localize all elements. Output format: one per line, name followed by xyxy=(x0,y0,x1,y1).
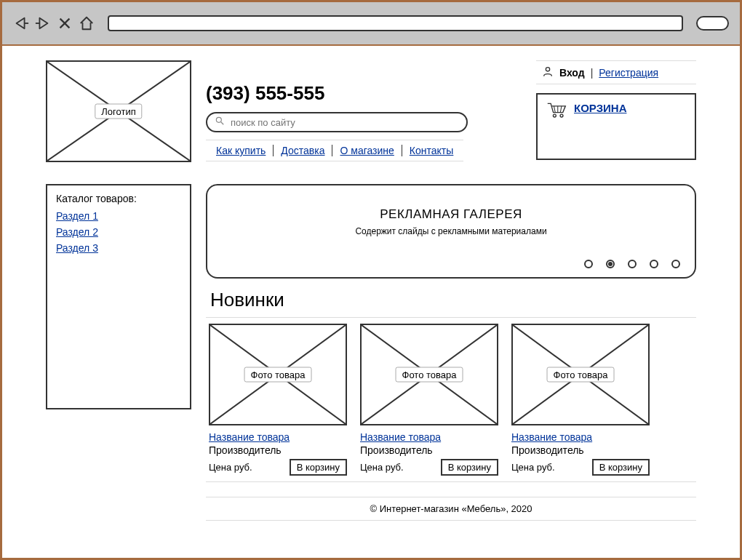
svg-point-12 xyxy=(553,114,556,117)
photo-label: Фото товара xyxy=(547,367,615,383)
nav-link-buy[interactable]: Как купить xyxy=(209,145,274,156)
gallery-dot-4[interactable] xyxy=(650,260,658,268)
product-photo[interactable]: Фото товара xyxy=(360,324,498,425)
auth-divider: | xyxy=(591,67,594,79)
product-price: Цена руб. xyxy=(360,462,404,473)
catalog-link-2[interactable]: Раздел 2 xyxy=(56,226,181,238)
product-price: Цена руб. xyxy=(511,462,555,473)
banner-subtitle: Содержит слайды с рекламными материалами xyxy=(207,226,695,236)
svg-line-11 xyxy=(560,106,562,113)
photo-label: Фото товара xyxy=(244,367,312,383)
product-name-link[interactable]: Название товара xyxy=(360,431,498,443)
gallery-dot-1[interactable] xyxy=(584,260,593,268)
page-body: Логотип (393) 555-555 Как купить Доставк… xyxy=(2,46,740,528)
product-photo[interactable]: Фото товара xyxy=(511,324,650,425)
product-maker: Производитель xyxy=(209,444,347,456)
product-card: Фото товара Название товара Производител… xyxy=(209,324,347,476)
new-products-title: Новинки xyxy=(210,289,696,311)
home-icon[interactable] xyxy=(79,15,95,31)
svg-point-8 xyxy=(546,68,549,71)
add-to-cart-button[interactable]: В корзину xyxy=(592,459,650,476)
cart-icon xyxy=(546,102,567,122)
cart-link[interactable]: КОРЗИНА xyxy=(574,102,626,114)
catalog-sidebar: Каталог товаров: Раздел 1 Раздел 2 Разде… xyxy=(46,184,191,409)
svg-line-7 xyxy=(221,122,224,125)
address-bar[interactable] xyxy=(108,15,683,31)
gallery-dot-3[interactable] xyxy=(628,260,637,268)
svg-point-13 xyxy=(560,114,563,117)
top-nav: Как купить Доставка О магазине Контакты xyxy=(206,140,463,161)
product-maker: Производитель xyxy=(511,444,650,456)
gallery-dot-5[interactable] xyxy=(671,260,680,268)
banner-title: РЕКЛАМНАЯ ГАЛЕРЕЯ xyxy=(207,207,695,222)
nav-link-about[interactable]: О магазине xyxy=(332,145,402,156)
search-oval[interactable] xyxy=(696,16,729,31)
browser-toolbar xyxy=(2,2,740,46)
product-grid: Фото товара Название товара Производител… xyxy=(206,317,696,482)
product-card: Фото товара Название товара Производител… xyxy=(511,324,650,476)
product-photo[interactable]: Фото товара xyxy=(209,324,347,425)
logo-label: Логотип xyxy=(95,104,142,119)
photo-label: Фото товара xyxy=(396,367,463,383)
user-icon xyxy=(542,65,554,79)
phone-number: (393) 555-555 xyxy=(206,82,522,105)
product-name-link[interactable]: Название товара xyxy=(511,431,650,443)
svg-line-9 xyxy=(554,106,556,113)
product-card: Фото товара Название товара Производител… xyxy=(360,324,498,476)
browser-window: Логотип (393) 555-555 Как купить Доставк… xyxy=(0,0,742,560)
product-price: Цена руб. xyxy=(209,462,252,473)
gallery-dots xyxy=(584,260,680,268)
site-search[interactable] xyxy=(206,112,468,132)
svg-point-6 xyxy=(216,117,221,122)
login-text[interactable]: Вход xyxy=(559,67,585,79)
register-link[interactable]: Регистрация xyxy=(599,67,658,79)
gallery-dot-2[interactable] xyxy=(606,260,615,268)
product-maker: Производитель xyxy=(360,444,498,456)
footer: © Интернет-магазин «Мебель», 2020 xyxy=(206,497,696,521)
promo-gallery: РЕКЛАМНАЯ ГАЛЕРЕЯ Содержит слайды с рекл… xyxy=(206,184,696,279)
add-to-cart-button[interactable]: В корзину xyxy=(441,459,498,476)
search-input[interactable] xyxy=(229,116,459,129)
forward-icon[interactable] xyxy=(35,15,51,31)
nav-link-delivery[interactable]: Доставка xyxy=(274,145,332,156)
auth-panel: Вход | Регистрация xyxy=(536,60,696,84)
catalog-link-3[interactable]: Раздел 3 xyxy=(56,242,181,254)
logo: Логотип xyxy=(46,60,191,162)
catalog-link-1[interactable]: Раздел 1 xyxy=(56,210,181,222)
add-to-cart-button[interactable]: В корзину xyxy=(290,459,347,476)
cart-panel[interactable]: КОРЗИНА xyxy=(536,93,696,160)
stop-icon[interactable] xyxy=(57,15,73,31)
product-name-link[interactable]: Название товара xyxy=(209,431,347,443)
nav-link-contacts[interactable]: Контакты xyxy=(402,145,460,156)
back-icon[interactable] xyxy=(13,15,29,31)
catalog-title: Каталог товаров: xyxy=(56,193,181,204)
search-icon xyxy=(215,116,225,129)
